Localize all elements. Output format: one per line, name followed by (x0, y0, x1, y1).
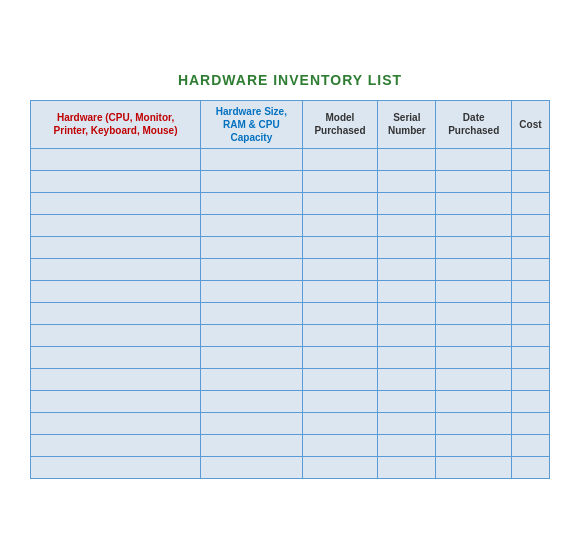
cell-row4-col1[interactable] (201, 236, 303, 258)
cell-row12-col3[interactable] (378, 412, 436, 434)
cell-row13-col5[interactable] (511, 434, 549, 456)
cell-row5-col1[interactable] (201, 258, 303, 280)
cell-row2-col1[interactable] (201, 192, 303, 214)
cell-row1-col1[interactable] (201, 170, 303, 192)
cell-row9-col5[interactable] (511, 346, 549, 368)
cell-row14-col4[interactable] (436, 456, 512, 478)
cell-row14-col5[interactable] (511, 456, 549, 478)
col-header-cost: Cost (511, 100, 549, 148)
cell-row4-col3[interactable] (378, 236, 436, 258)
cell-row13-col4[interactable] (436, 434, 512, 456)
cell-row14-col2[interactable] (302, 456, 378, 478)
cell-row1-col2[interactable] (302, 170, 378, 192)
cell-row8-col5[interactable] (511, 324, 549, 346)
inventory-table: Hardware (CPU, Monitor,Printer, Keyboard… (30, 100, 550, 479)
cell-row2-col5[interactable] (511, 192, 549, 214)
cell-row2-col0[interactable] (31, 192, 201, 214)
cell-row10-col4[interactable] (436, 368, 512, 390)
cell-row8-col0[interactable] (31, 324, 201, 346)
cell-row0-col3[interactable] (378, 148, 436, 170)
cell-row12-col5[interactable] (511, 412, 549, 434)
cell-row13-col1[interactable] (201, 434, 303, 456)
cell-row14-col3[interactable] (378, 456, 436, 478)
cell-row0-col5[interactable] (511, 148, 549, 170)
cell-row7-col2[interactable] (302, 302, 378, 324)
cell-row12-col2[interactable] (302, 412, 378, 434)
cell-row14-col1[interactable] (201, 456, 303, 478)
cell-row9-col1[interactable] (201, 346, 303, 368)
cell-row2-col4[interactable] (436, 192, 512, 214)
cell-row1-col0[interactable] (31, 170, 201, 192)
cell-row11-col2[interactable] (302, 390, 378, 412)
cell-row7-col3[interactable] (378, 302, 436, 324)
cell-row10-col0[interactable] (31, 368, 201, 390)
cell-row0-col1[interactable] (201, 148, 303, 170)
cell-row9-col3[interactable] (378, 346, 436, 368)
cell-row3-col3[interactable] (378, 214, 436, 236)
cell-row1-col5[interactable] (511, 170, 549, 192)
cell-row8-col3[interactable] (378, 324, 436, 346)
cell-row4-col0[interactable] (31, 236, 201, 258)
cell-row7-col4[interactable] (436, 302, 512, 324)
cell-row5-col5[interactable] (511, 258, 549, 280)
cell-row4-col4[interactable] (436, 236, 512, 258)
cell-row7-col0[interactable] (31, 302, 201, 324)
cell-row10-col1[interactable] (201, 368, 303, 390)
cell-row11-col1[interactable] (201, 390, 303, 412)
cell-row10-col3[interactable] (378, 368, 436, 390)
cell-row9-col0[interactable] (31, 346, 201, 368)
cell-row2-col3[interactable] (378, 192, 436, 214)
cell-row3-col1[interactable] (201, 214, 303, 236)
cell-row7-col1[interactable] (201, 302, 303, 324)
cell-row3-col2[interactable] (302, 214, 378, 236)
cell-row4-col5[interactable] (511, 236, 549, 258)
table-body (31, 148, 550, 478)
cell-row2-col2[interactable] (302, 192, 378, 214)
cell-row6-col0[interactable] (31, 280, 201, 302)
cell-row11-col0[interactable] (31, 390, 201, 412)
cell-row9-col4[interactable] (436, 346, 512, 368)
cell-row6-col4[interactable] (436, 280, 512, 302)
cell-row0-col4[interactable] (436, 148, 512, 170)
cell-row10-col2[interactable] (302, 368, 378, 390)
cell-row5-col3[interactable] (378, 258, 436, 280)
table-row (31, 280, 550, 302)
cell-row12-col4[interactable] (436, 412, 512, 434)
cell-row0-col0[interactable] (31, 148, 201, 170)
col-header-hardware: Hardware (CPU, Monitor,Printer, Keyboard… (31, 100, 201, 148)
cell-row3-col4[interactable] (436, 214, 512, 236)
cell-row6-col3[interactable] (378, 280, 436, 302)
cell-row10-col5[interactable] (511, 368, 549, 390)
table-row (31, 456, 550, 478)
cell-row14-col0[interactable] (31, 456, 201, 478)
cell-row13-col2[interactable] (302, 434, 378, 456)
cell-row3-col5[interactable] (511, 214, 549, 236)
cell-row5-col0[interactable] (31, 258, 201, 280)
cell-row11-col5[interactable] (511, 390, 549, 412)
cell-row12-col1[interactable] (201, 412, 303, 434)
cell-row6-col2[interactable] (302, 280, 378, 302)
table-row (31, 236, 550, 258)
cell-row6-col1[interactable] (201, 280, 303, 302)
cell-row5-col4[interactable] (436, 258, 512, 280)
cell-row12-col0[interactable] (31, 412, 201, 434)
cell-row13-col3[interactable] (378, 434, 436, 456)
cell-row5-col2[interactable] (302, 258, 378, 280)
cell-row1-col4[interactable] (436, 170, 512, 192)
cell-row6-col5[interactable] (511, 280, 549, 302)
cell-row0-col2[interactable] (302, 148, 378, 170)
col-date-label: DatePurchased (448, 112, 499, 136)
cell-row8-col1[interactable] (201, 324, 303, 346)
col-model-label: ModelPurchased (314, 112, 365, 136)
cell-row9-col2[interactable] (302, 346, 378, 368)
cell-row8-col4[interactable] (436, 324, 512, 346)
cell-row7-col5[interactable] (511, 302, 549, 324)
cell-row11-col4[interactable] (436, 390, 512, 412)
col-header-hardware-size: Hardware Size,RAM & CPUCapacity (201, 100, 303, 148)
cell-row1-col3[interactable] (378, 170, 436, 192)
cell-row13-col0[interactable] (31, 434, 201, 456)
cell-row11-col3[interactable] (378, 390, 436, 412)
cell-row3-col0[interactable] (31, 214, 201, 236)
cell-row8-col2[interactable] (302, 324, 378, 346)
cell-row4-col2[interactable] (302, 236, 378, 258)
